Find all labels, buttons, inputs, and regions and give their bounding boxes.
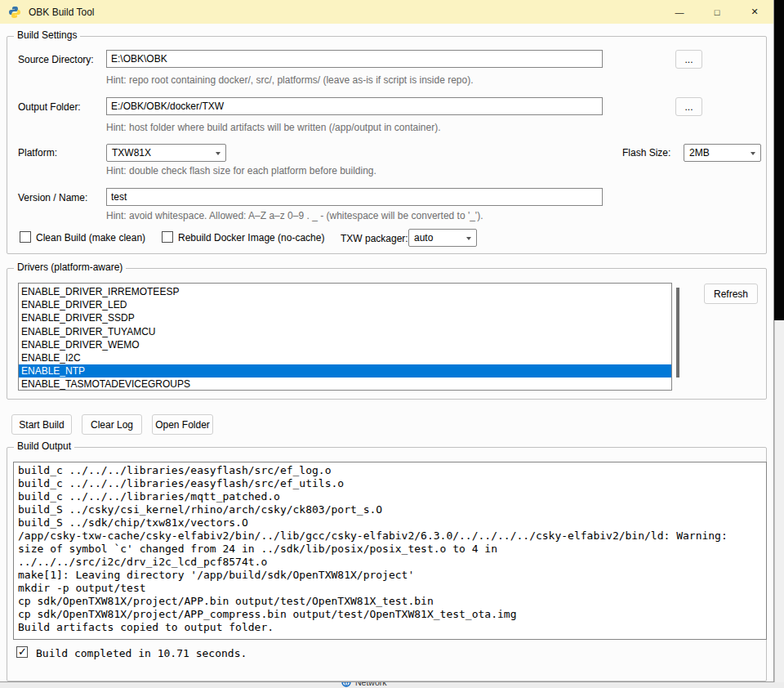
txw-packager-combobox[interactable]: auto [408,229,477,247]
version-name-label: Version / Name: [18,192,87,203]
driver-list-item[interactable]: ENABLE_I2C [19,351,671,364]
clean-build-checkbox[interactable] [20,231,31,243]
clean-build-label: Clean Build (make clean) [36,232,145,243]
titlebar[interactable]: OBK Build Tool — □ ✕ [0,0,773,24]
log-line: build_S ../csky/csi_kernel/rhino/arch/cs… [18,503,762,516]
chevron-down-icon [751,152,755,158]
version-name-hint: Hint: avoid whitespace. Allowed: A–Z a–z… [106,210,483,221]
log-line: build_c ../../../libraries/easyflash/src… [18,477,762,490]
driver-list-item[interactable]: ENABLE_DRIVER_IRREMOTEESP [19,285,671,298]
txw-packager-label: TXW packager: [341,233,408,244]
platform-hint: Hint: double check flash size for each p… [106,165,376,176]
log-line: build_S ../sdk/chip/txw81x/vectors.O [18,516,762,529]
open-folder-button[interactable]: Open Folder [152,414,213,435]
rebuild-docker-label: Rebuild Docker Image (no-cache) [178,232,324,243]
window-controls: — □ ✕ [661,0,773,24]
chevron-down-icon [216,152,220,158]
build-status-label: Build completed in 10.71 seconds. [36,647,247,659]
minimize-button[interactable]: — [661,0,698,24]
rebuild-docker-checkbox[interactable] [162,231,173,243]
driver-list-item[interactable]: ENABLE_DRIVER_WEMO [19,338,671,351]
platform-combobox[interactable]: TXW81X [106,144,226,162]
version-name-input[interactable] [106,188,603,206]
clear-log-button[interactable]: Clear Log [82,414,142,435]
desktop-background-strip [774,0,784,320]
driver-list-item[interactable]: ENABLE_NTP [19,364,671,378]
log-line: size of symbol `c' changed from 24 in ..… [18,543,762,556]
platform-value: TXW81X [112,147,151,159]
platform-label: Platform: [18,147,57,159]
maximize-button[interactable]: □ [698,0,736,24]
listbox-scrollbar-thumb[interactable] [676,288,679,378]
build-status-checkbox[interactable] [16,646,28,658]
output-folder-input[interactable] [106,97,603,115]
output-folder-hint: Hint: host folder where build artifacts … [106,122,441,133]
background-window-edge [774,320,784,688]
log-line: build_c ../../../libraries/easyflash/src… [18,464,762,477]
build-output-group-label: Build Output [14,440,74,452]
flash-size-value: 2MB [689,147,710,159]
build-settings-group-label: Build Settings [14,29,80,41]
driver-list-item[interactable]: ENABLE_DRIVER_LED [19,298,671,311]
driver-list-item[interactable]: ENABLE_TASMOTADEVICEGROUPS [19,378,671,391]
chevron-down-icon [466,237,471,243]
refresh-button[interactable]: Refresh [704,284,758,304]
source-directory-hint: Hint: repo root containing docker/, src/… [106,74,474,86]
drivers-listbox[interactable]: ENABLE_DRIVER_IRREMOTEESPENABLE_DRIVER_L… [18,283,672,391]
source-browse-button[interactable]: ... [675,50,702,69]
driver-list-item[interactable]: ENABLE_DRIVER_TUYAMCU [19,325,671,338]
flash-size-label: Flash Size: [622,147,670,159]
source-directory-input[interactable] [106,50,603,68]
log-line: /app/csky-txw-cache/csky-elfabiv2/bin/..… [18,529,762,543]
background-window-bottom: Network [0,682,784,688]
output-browse-button[interactable]: ... [675,97,702,116]
txw-packager-value: auto [414,232,433,243]
python-icon [8,6,21,19]
log-line: Build artifacts copied to output folder. [18,621,762,634]
close-button[interactable]: ✕ [736,0,773,24]
log-line: build_c ../../../libraries/mqtt_patched.… [18,490,762,503]
log-line: cp sdk/OpenTXW81X/project/APP_compress.b… [18,608,762,621]
flash-size-combobox[interactable]: 2MB [684,144,761,162]
output-folder-label: Output Folder: [18,101,81,113]
log-line: ../../../src/i2c/drv_i2c_lcd_pcf8574t.o [18,556,762,569]
obk-build-tool-window: OBK Build Tool — □ ✕ Build Settings Sour… [0,0,774,682]
log-line: cp sdk/OpenTXW81X/project/APP.bin output… [18,595,762,608]
build-log[interactable]: build_c ../../../libraries/easyflash/src… [13,462,767,640]
log-line: make[1]: Leaving directory '/app/build/s… [18,569,762,582]
source-directory-label: Source Directory: [18,54,94,65]
drivers-group-label: Drivers (platform-aware) [14,261,126,273]
log-line: mkdir -p output/test [18,582,762,595]
start-build-button[interactable]: Start Build [11,414,72,435]
desktop: Network OBK Build Tool — □ ✕ Build Setti… [0,0,784,688]
driver-list-item[interactable]: ENABLE_DRIVER_SSDP [19,311,671,324]
window-title: OBK Build Tool [29,7,95,18]
